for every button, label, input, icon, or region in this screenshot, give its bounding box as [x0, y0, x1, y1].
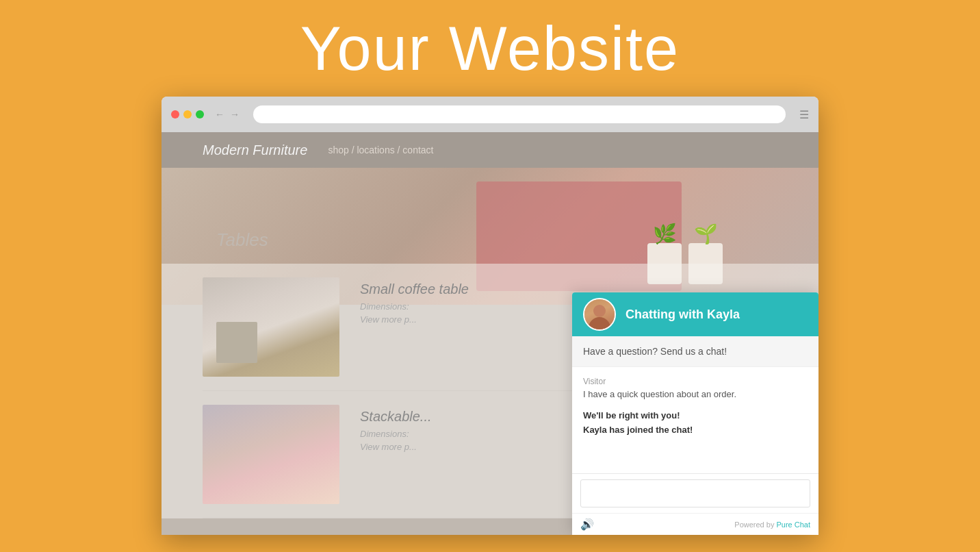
- powered-by-text: Powered by: [734, 520, 776, 529]
- chat-input-area[interactable]: [572, 473, 818, 513]
- browser-window: ← → ☰ Modern Furniture shop / locations …: [162, 97, 818, 535]
- traffic-light-maximize[interactable]: [196, 110, 204, 118]
- chat-avatar-face: [584, 299, 615, 329]
- forward-arrow[interactable]: →: [230, 109, 240, 120]
- tables-title: Tables: [216, 229, 818, 251]
- chat-avatar: [583, 298, 616, 331]
- site-body: 🌿 🌱 Tables Small coffee table: [162, 168, 818, 535]
- chat-body: Have a question? Send us a chat! Visitor…: [572, 336, 818, 473]
- chat-input[interactable]: [580, 479, 810, 507]
- browser-chrome: ← → ☰: [162, 97, 818, 132]
- chat-footer: 🔊 Powered by Pure Chat: [572, 513, 818, 535]
- site-logo: Modern Furniture: [203, 142, 307, 158]
- chat-system-msg-1: We'll be right with you!: [583, 409, 808, 423]
- chat-powered-by: Powered by Pure Chat: [734, 520, 810, 529]
- audio-icon[interactable]: 🔊: [580, 518, 594, 531]
- traffic-light-minimize[interactable]: [183, 110, 192, 118]
- chat-visitor-message: I have a quick question about an order.: [583, 389, 808, 399]
- website-content: Modern Furniture shop / locations / cont…: [162, 132, 818, 535]
- traffic-light-close[interactable]: [171, 110, 179, 118]
- product-image-1: [203, 277, 339, 377]
- traffic-lights: [171, 110, 204, 118]
- chat-system-messages: We'll be right with you! Kayla has joine…: [583, 409, 808, 438]
- site-navbar: Modern Furniture shop / locations / cont…: [162, 132, 818, 168]
- site-nav-links[interactable]: shop / locations / contact: [328, 145, 433, 155]
- chat-title: Chatting with Kayla: [626, 308, 740, 322]
- chat-welcome-message: Have a question? Send us a chat!: [572, 336, 818, 367]
- tables-section: Tables: [216, 229, 818, 262]
- chat-widget: Chatting with Kayla Have a question? Sen…: [572, 292, 818, 535]
- browser-navigation: ← →: [215, 109, 240, 120]
- page-title: Your Website: [300, 14, 680, 84]
- product-image-2: [203, 405, 339, 504]
- pure-chat-link[interactable]: Pure Chat: [776, 520, 810, 529]
- chat-header: Chatting with Kayla: [572, 292, 818, 336]
- address-bar[interactable]: [253, 105, 786, 123]
- back-arrow[interactable]: ←: [215, 109, 224, 120]
- chat-visitor-label: Visitor: [583, 377, 808, 386]
- browser-menu-icon[interactable]: ☰: [799, 108, 809, 121]
- chat-messages: Visitor I have a quick question about an…: [572, 367, 818, 447]
- chat-system-msg-2: Kayla has joined the chat!: [583, 423, 808, 438]
